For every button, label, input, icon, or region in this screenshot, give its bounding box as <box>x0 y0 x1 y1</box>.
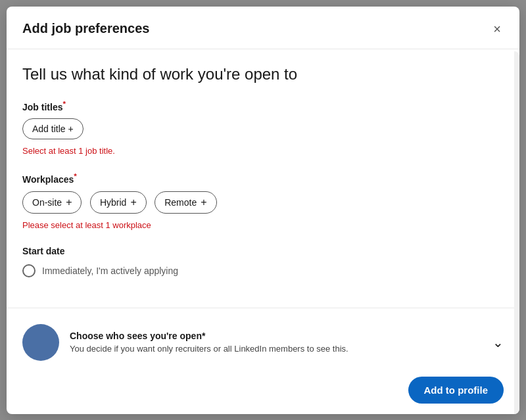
job-titles-error: Select at least 1 job title. <box>22 146 504 156</box>
start-date-section: Start date Immediately, I'm actively app… <box>22 246 504 277</box>
avatar <box>22 324 59 361</box>
radio-immediately-label: Immediately, I'm actively applying <box>42 266 178 276</box>
footer-actions: Add to profile <box>22 369 504 404</box>
job-titles-section: Job titles* Add title + Select at least … <box>22 99 504 156</box>
visibility-description: You decide if you want only recruiters o… <box>70 344 482 354</box>
workplaces-section: Workplaces* On-site + Hybrid + Remote + … <box>22 172 504 230</box>
start-date-label: Start date <box>22 246 504 256</box>
add-to-profile-button[interactable]: Add to profile <box>408 377 504 404</box>
modal-footer: Choose who sees you're open* You decide … <box>7 308 519 414</box>
modal-container: Add job preferences × Tell us what kind … <box>7 7 519 414</box>
modal-body: Tell us what kind of work you're open to… <box>7 49 519 308</box>
close-button[interactable]: × <box>490 20 504 38</box>
visibility-text-group: Choose who sees you're open* You decide … <box>70 331 482 354</box>
remote-button[interactable]: Remote + <box>155 191 216 214</box>
workplaces-error: Please select at least 1 workplace <box>22 220 504 230</box>
visibility-expand-button[interactable]: ⌄ <box>492 335 504 350</box>
visibility-section: Choose who sees you're open* You decide … <box>22 316 504 369</box>
visibility-title: Choose who sees you're open* <box>70 331 482 341</box>
modal-header: Add job preferences × <box>7 7 519 49</box>
scrollbar[interactable] <box>514 51 519 414</box>
workplace-options: On-site + Hybrid + Remote + <box>22 191 504 216</box>
job-titles-label: Job titles* <box>22 99 504 112</box>
hybrid-button[interactable]: Hybrid + <box>90 191 147 214</box>
modal-title: Add job preferences <box>22 21 149 36</box>
onsite-button[interactable]: On-site + <box>22 191 82 214</box>
radio-immediately[interactable] <box>22 264 36 277</box>
workplaces-label: Workplaces* <box>22 172 504 185</box>
section-headline: Tell us what kind of work you're open to <box>22 65 504 83</box>
radio-row: Immediately, I'm actively applying <box>22 264 504 277</box>
add-title-button[interactable]: Add title + <box>22 118 84 139</box>
modal-overlay: Add job preferences × Tell us what kind … <box>0 0 526 420</box>
